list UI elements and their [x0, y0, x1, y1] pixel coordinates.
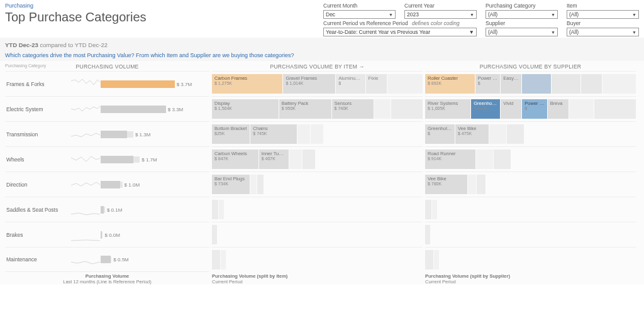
item-cell[interactable]: Display$ 1,504K [212, 99, 279, 119]
supplier-cell-value: $ 1,005K [428, 106, 468, 111]
filter-buyer-select[interactable]: (All)▼ [567, 28, 639, 36]
supplier-cell-name: Vee Bike [428, 177, 465, 182]
item-row: Display$ 1,504KBattery Pack$ 950KSensors… [212, 96, 423, 121]
category-name: Maintenance [5, 256, 70, 263]
footer-col2: Purchasing Volume (split by Item) Curren… [212, 272, 423, 285]
item-cell [391, 99, 423, 119]
supplier-cell-name: Power Bikes [478, 76, 498, 81]
item-cell-name: Sensors [335, 101, 371, 106]
subhead: YTD Dec-23 compared to YTD Dec-22 Which … [0, 38, 644, 61]
item-cell-name: Battery Pack [282, 101, 329, 106]
item-cell-name: Bottom Bracket [214, 126, 247, 131]
item-cell [212, 250, 220, 269]
item-cell[interactable]: Inner Tubes$ 407K [259, 150, 289, 169]
supplier-cell [594, 99, 636, 119]
category-row[interactable]: Direction$ 1.0M [5, 171, 209, 197]
bar-current [101, 231, 102, 239]
sparkline [70, 126, 101, 143]
item-cell[interactable]: Chains$ 745K [250, 124, 297, 144]
category-row[interactable]: Saddles & Seat Posts$ 0.1M [5, 197, 209, 222]
supplier-cell[interactable]: Greenholt Group$ 440K [471, 99, 500, 119]
supplier-cell [489, 124, 506, 144]
filters: Current Month Current Year Purchasing Ca… [323, 3, 639, 36]
item-row: Bar End Plugs$ 734K [212, 171, 423, 197]
supplier-cell[interactable]: Roller Coaster$ 892K [425, 74, 475, 94]
supplier-cell [477, 175, 485, 194]
item-cell-name: Chains [253, 126, 294, 131]
bar-current [101, 156, 133, 163]
category-row[interactable]: Brakes$ 0.0M [5, 222, 209, 247]
filter-item-select[interactable]: (All)▼ [567, 10, 639, 19]
supplier-cell[interactable]: Power Bikes$ [475, 74, 501, 94]
sparkline [70, 176, 101, 193]
item-cell[interactable]: Carbon Frames$ 1,275K [212, 74, 282, 94]
category-row[interactable]: Electric System$ 3.3M [5, 96, 209, 121]
supplier-cell-name: Greenholt Group [428, 126, 452, 131]
supplier-cell[interactable]: Road Runner$ 914K [425, 150, 475, 169]
supplier-cell[interactable]: Vee Bike$ 780K [425, 175, 467, 194]
item-cell-name: Aluminum Frames [338, 76, 362, 81]
filter-category-select[interactable]: (All)▼ [486, 10, 558, 19]
breadcrumb[interactable]: Purchasing [5, 3, 147, 9]
category-row[interactable]: Transmission$ 1.3M [5, 121, 209, 146]
page-title: Top Purchase Categories [5, 10, 147, 24]
sparkline [70, 226, 101, 244]
item-cell [303, 150, 315, 169]
item-cell-value: $ 407K [262, 156, 286, 161]
item-cell [219, 200, 224, 219]
supplier-cell[interactable]: Breva [548, 99, 569, 119]
item-cell [212, 225, 217, 244]
item-cell [387, 74, 423, 94]
bar-area: $ 1.0M [101, 177, 209, 192]
bar-value-label: $ 1.7M [142, 156, 157, 162]
filter-year-select[interactable]: 2023▼ [404, 10, 477, 19]
item-cell [212, 200, 218, 219]
bar-area: $ 1.7M [101, 152, 209, 167]
item-cell[interactable]: Bottom Bracket$25K [212, 124, 250, 144]
item-cell[interactable]: Gravel Frames$ 1,014K [283, 74, 335, 94]
question-line: Which categories drive the most Purchasi… [5, 52, 639, 58]
supplier-cell-value: $ [428, 131, 452, 136]
chevron-down-icon: ▼ [632, 30, 636, 35]
supplier-cell[interactable]: Greenholt Group$ [425, 124, 455, 144]
sparkline [70, 151, 101, 168]
column-by-item: PURCHASING VOLUME BY ITEM → Carbon Frame… [212, 61, 423, 285]
supplier-cell [468, 175, 476, 194]
item-cell[interactable]: Sensors$ 740K [332, 99, 374, 119]
filter-period-select[interactable]: Year-to-Date: Current Year vs Previous Y… [323, 28, 477, 36]
supplier-cell[interactable]: Easy Riders [501, 74, 521, 94]
bar-current [101, 131, 127, 138]
item-row: Carbon Wheels$ 847KInner Tubes$ 407K [212, 146, 423, 171]
item-cell[interactable]: Fixie [366, 74, 387, 94]
supplier-cell-value: $ 780K [428, 182, 465, 186]
supplier-row [425, 197, 636, 222]
supplier-cell[interactable]: River Systems$ 1,005K [425, 99, 470, 119]
item-cell[interactable]: Aluminum Frames$ [336, 74, 365, 94]
item-cell[interactable]: Bar End Plugs$ 734K [212, 175, 250, 194]
category-name: Saddles & Seat Posts [5, 207, 70, 213]
supplier-cell[interactable]: Power Bikes$ [522, 99, 547, 119]
filter-period-label: Current Period vs Reference Period defin… [323, 20, 460, 26]
supplier-cell [552, 74, 580, 94]
supplier-cell [507, 124, 524, 144]
sparkline [70, 201, 101, 219]
category-row[interactable]: Maintenance$ 0.5M [5, 247, 209, 272]
column-purchasing-volume: Purchasing Category PURCHASING VOLUME Fr… [5, 61, 209, 285]
item-cell-value: $ 745K [253, 131, 294, 136]
supplier-cell[interactable]: Vivid [501, 99, 521, 119]
item-row: Carbon Frames$ 1,275KGravel Frames$ 1,01… [212, 71, 423, 96]
item-cell[interactable]: Carbon Wheels$ 847K [212, 150, 258, 169]
bar-value-label: $ 3.7M [177, 81, 192, 87]
filter-supplier-select[interactable]: (All)▼ [486, 28, 558, 36]
chevron-down-icon: ▼ [469, 29, 474, 35]
supplier-cell[interactable]: Vee Bike$ 475K [455, 124, 489, 144]
category-row[interactable]: Frames & Forks$ 3.7M [5, 71, 209, 96]
item-cell[interactable]: Battery Pack$ 950K [279, 99, 331, 119]
filter-month-select[interactable]: Dec▼ [323, 10, 396, 19]
bar-current [101, 206, 104, 214]
bar-area: $ 1.3M [101, 127, 209, 142]
supplier-row: Roller Coaster$ 892KPower Bikes$Easy Rid… [425, 71, 636, 96]
supplier-row: Road Runner$ 914K [425, 146, 636, 171]
item-cell-name: Carbon Wheels [214, 151, 256, 156]
category-row[interactable]: Wheels$ 1.7M [5, 146, 209, 171]
